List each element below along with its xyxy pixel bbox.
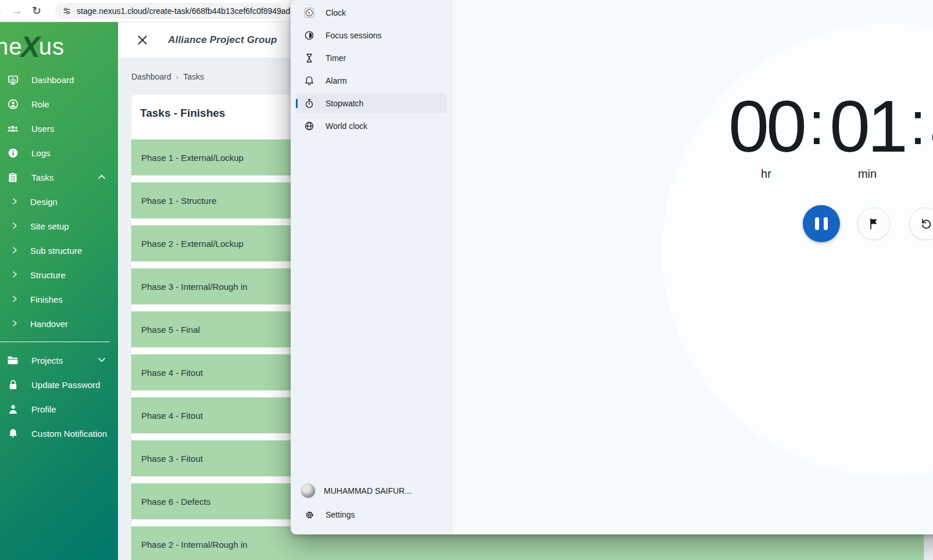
address-bar[interactable]: stage.nexus1.cloud/create-task/668fb44b1… bbox=[55, 3, 283, 19]
stopwatch-time: 00 : 01 : 46 .29 bbox=[725, 92, 933, 161]
focus-sessions-icon bbox=[304, 30, 314, 41]
sidebar-label: Projects bbox=[31, 356, 63, 365]
dashboard-icon bbox=[7, 74, 19, 85]
time-separator: : bbox=[909, 93, 927, 161]
sidebar-label: Sub structure bbox=[30, 246, 82, 256]
sidebar-label: Users bbox=[31, 124, 54, 134]
sidebar-label: Role bbox=[31, 99, 49, 109]
lock-icon bbox=[7, 379, 19, 390]
chevron-down-icon bbox=[98, 358, 105, 362]
clock-nav-label: Settings bbox=[326, 510, 355, 519]
clock-nav-focus-sessions[interactable]: Focus sessions bbox=[295, 26, 447, 45]
label-sec: sec bbox=[927, 167, 933, 181]
clock-nav-clock[interactable]: Clock bbox=[295, 3, 447, 23]
url-text: stage.nexus1.cloud/create-task/668fb44b1… bbox=[77, 6, 290, 16]
sidebar-label: Finishes bbox=[30, 295, 63, 304]
clock-nav-world-clock[interactable]: World clock bbox=[295, 116, 447, 136]
logs-icon bbox=[7, 147, 19, 159]
site-settings-icon[interactable] bbox=[62, 6, 72, 16]
clock-nav-label: World clock bbox=[326, 121, 367, 131]
world-clock-icon bbox=[304, 121, 314, 131]
breadcrumb-tasks: Tasks bbox=[183, 72, 204, 81]
clock-app-window: Clock Focus sessions Timer bbox=[291, 0, 933, 534]
sidebar-item-projects[interactable]: Projects bbox=[0, 348, 118, 372]
stopwatch-icon bbox=[304, 98, 314, 109]
projects-icon bbox=[7, 354, 19, 366]
chevron-right-icon bbox=[13, 222, 17, 229]
label-hr: hr bbox=[725, 167, 807, 181]
sidebar-item-update-password[interactable]: Update Password bbox=[0, 372, 118, 397]
avatar bbox=[301, 483, 316, 498]
chevron-right-icon bbox=[13, 247, 17, 254]
sidebar-item-custom-notification[interactable]: Custom Notification bbox=[0, 421, 118, 446]
clock-nav-settings[interactable]: Settings bbox=[295, 505, 447, 525]
selected-indicator bbox=[296, 99, 298, 108]
sidebar-label: Profile bbox=[31, 404, 56, 414]
alarm-icon bbox=[304, 76, 314, 86]
chevron-up-icon bbox=[98, 175, 105, 179]
sidebar-label: Logs bbox=[31, 148, 51, 158]
pause-icon bbox=[815, 217, 828, 230]
stopwatch-minutes: 01 bbox=[826, 92, 909, 161]
time-separator: : bbox=[807, 93, 826, 161]
sidebar-item-finishes[interactable]: Finishes bbox=[0, 287, 118, 311]
stopwatch-seconds: 46 bbox=[927, 92, 933, 161]
sidebar-item-design[interactable]: Design bbox=[0, 189, 118, 214]
profile-icon bbox=[7, 403, 19, 415]
pause-button[interactable] bbox=[803, 205, 840, 242]
sidebar-label: Structure bbox=[30, 270, 66, 280]
flag-icon bbox=[867, 217, 880, 230]
browser-back-icon[interactable]: ← bbox=[0, 5, 7, 17]
chevron-right-icon bbox=[13, 198, 17, 205]
breadcrumb-separator: › bbox=[176, 72, 179, 81]
sidebar-item-profile[interactable]: Profile bbox=[0, 397, 118, 421]
clock-app-icon bbox=[304, 8, 314, 18]
sidebar-item-tasks[interactable]: Tasks bbox=[0, 165, 118, 189]
stopwatch-unit-labels: hr min sec bbox=[725, 167, 933, 181]
sidebar-item-logs[interactable]: Logs bbox=[0, 141, 118, 165]
clock-sidebar: Clock Focus sessions Timer bbox=[291, 0, 452, 534]
browser-reload-icon[interactable]: ↻ bbox=[27, 4, 47, 17]
clock-sidebar-footer: MUHAMMAD SAIFUR... Settings bbox=[295, 479, 447, 527]
gear-icon bbox=[304, 509, 314, 520]
label-min: min bbox=[826, 167, 909, 181]
chevron-right-icon bbox=[13, 320, 17, 327]
clock-nav-label: Alarm bbox=[326, 76, 347, 85]
sidebar-label: Handover bbox=[30, 319, 68, 329]
sidebar-label: Dashboard bbox=[31, 75, 74, 85]
sidebar-item-role[interactable]: Role bbox=[0, 92, 118, 116]
timer-icon bbox=[304, 53, 314, 63]
sidebar-label: Custom Notification bbox=[31, 429, 107, 439]
user-name: MUHAMMAD SAIFUR... bbox=[324, 486, 412, 496]
browser-forward-icon[interactable]: → bbox=[7, 5, 27, 17]
clock-nav-stopwatch[interactable]: Stopwatch bbox=[295, 94, 447, 113]
sidebar-item-sub-structure[interactable]: Sub structure bbox=[0, 238, 118, 263]
stopwatch-display: 00 : 01 : 46 .29 hr min sec bbox=[725, 92, 933, 181]
clock-nav-label: Timer bbox=[326, 53, 346, 63]
sidebar-divider bbox=[0, 342, 110, 342]
user-account[interactable]: MUHAMMAD SAIFUR... bbox=[295, 479, 447, 502]
chevron-right-icon bbox=[13, 296, 17, 303]
sidebar-item-handover[interactable]: Handover bbox=[0, 311, 118, 336]
breadcrumb-dashboard[interactable]: Dashboard bbox=[131, 72, 171, 81]
sidebar-label: Update Password bbox=[31, 380, 100, 390]
clock-nav-alarm[interactable]: Alarm bbox=[295, 71, 447, 91]
reset-icon bbox=[918, 217, 932, 231]
role-icon bbox=[7, 98, 19, 110]
sidebar-item-site-setup[interactable]: Site setup bbox=[0, 214, 118, 238]
lap-flag-button[interactable] bbox=[857, 207, 890, 240]
bell-icon bbox=[7, 428, 19, 439]
clock-nav-label: Focus sessions bbox=[326, 31, 381, 40]
clock-nav-label: Clock bbox=[326, 8, 346, 17]
stopwatch-panel: 00 : 01 : 46 .29 hr min sec bbox=[453, 0, 933, 534]
sidebar-item-dashboard[interactable]: Dashboard bbox=[0, 67, 118, 92]
sidebar-item-users[interactable]: Users bbox=[0, 116, 118, 141]
page-title: Alliance Project Group bbox=[168, 34, 277, 46]
sidebar-item-structure[interactable]: Structure bbox=[0, 263, 118, 287]
screen: ← → ↻ stage.nexus1.cloud/create-task/668… bbox=[0, 0, 933, 560]
users-icon bbox=[7, 123, 19, 134]
sidebar-label: Design bbox=[30, 197, 58, 207]
close-icon[interactable] bbox=[136, 34, 149, 46]
clock-nav-timer[interactable]: Timer bbox=[295, 48, 447, 68]
sidebar-label: Tasks bbox=[31, 173, 53, 182]
